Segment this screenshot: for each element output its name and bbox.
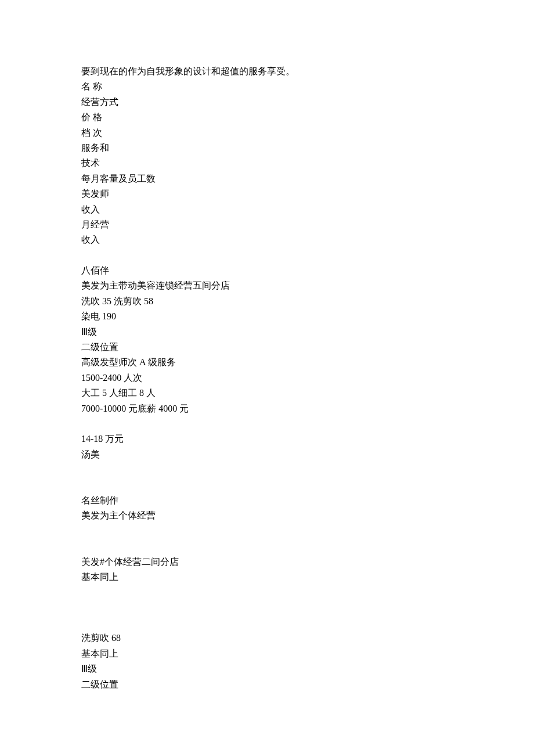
text-line <box>81 478 453 493</box>
text-line: 月经营 <box>81 217 453 232</box>
document-body: 要到现在的作为自我形象的设计和超值的服务享受。名 称经营方式价 格档 次服务和技… <box>81 64 453 692</box>
text-line <box>81 600 453 615</box>
text-line: 美发#个体经营二间分店 <box>81 555 453 570</box>
text-line: 档 次 <box>81 125 453 141</box>
text-line <box>81 248 453 263</box>
text-line <box>81 462 453 477</box>
text-line: Ⅲ级 <box>81 661 453 676</box>
text-line: 二级位置 <box>81 340 453 355</box>
text-line: 洗剪吹 68 <box>81 631 453 646</box>
text-line: 大工 5 人细工 8 人 <box>81 386 453 401</box>
text-line <box>81 585 453 600</box>
text-line: 美发为主带动美容连锁经营五间分店 <box>81 278 453 293</box>
text-line: 价 格 <box>81 110 453 125</box>
text-line <box>81 524 453 539</box>
text-line: 美发师 <box>81 186 453 201</box>
text-line <box>81 539 453 554</box>
text-line: 美发为主个体经营 <box>81 508 453 523</box>
text-line: 1500-2400 人次 <box>81 370 453 386</box>
text-line: 14-18 万元 <box>81 431 453 447</box>
text-line: 名丝制作 <box>81 493 453 508</box>
text-line: 洗吹 35 洗剪吹 58 <box>81 294 453 309</box>
text-line <box>81 416 453 431</box>
text-line: 名 称 <box>81 79 453 94</box>
text-line: 八佰伴 <box>81 263 453 278</box>
text-line: 每月客量及员工数 <box>81 171 453 186</box>
text-line: 收入 <box>81 202 453 217</box>
text-line: 7000-10000 元底薪 4000 元 <box>81 401 453 416</box>
text-line: 服务和 <box>81 141 453 156</box>
text-line: Ⅲ级 <box>81 325 453 340</box>
text-line: 经营方式 <box>81 95 453 110</box>
text-line: 收入 <box>81 232 453 247</box>
text-line: 基本同上 <box>81 570 453 585</box>
text-line: 汤美 <box>81 447 453 462</box>
text-line: 技术 <box>81 156 453 171</box>
text-line: 二级位置 <box>81 677 453 692</box>
text-line: 基本同上 <box>81 646 453 661</box>
text-line: 高级发型师次 A 级服务 <box>81 355 453 370</box>
text-line <box>81 615 453 631</box>
text-line: 要到现在的作为自我形象的设计和超值的服务享受。 <box>81 64 453 79</box>
text-line: 染电 190 <box>81 309 453 324</box>
